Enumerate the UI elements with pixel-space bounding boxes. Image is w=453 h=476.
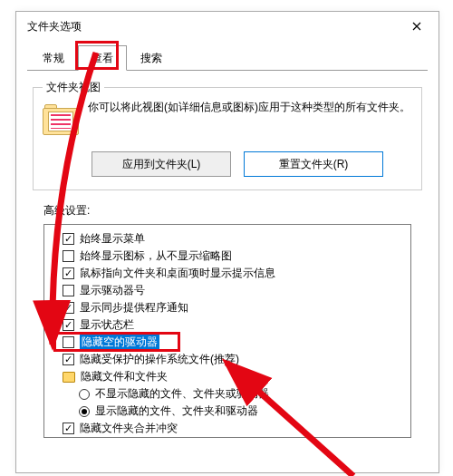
reset-folders-button[interactable]: 重置文件夹(R) [244, 151, 383, 177]
tree-row-3[interactable]: 显示驱动器号 [48, 282, 407, 299]
tree-row-11[interactable]: 隐藏文件夹合并冲突 [48, 420, 407, 437]
tree-row-10[interactable]: 显示隐藏的文件、文件夹和驱动器 [48, 403, 407, 420]
radio-icon[interactable] [79, 406, 90, 417]
close-icon [412, 22, 421, 31]
tree-item-label: 隐藏文件夹合并冲突 [80, 420, 178, 437]
folder-view-body: 你可以将此视图(如详细信息或图标)应用于这种类型的所有文件夹。 [43, 99, 412, 139]
tree-row-2[interactable]: 鼠标指向文件夹和桌面项时显示提示信息 [48, 265, 407, 282]
apply-to-folders-button[interactable]: 应用到文件夹(L) [92, 151, 231, 177]
radio-icon[interactable] [79, 389, 90, 400]
tab-strip: 常规 查看 搜索 [29, 44, 439, 70]
tree-row-12[interactable]: 隐藏已知文件类型的扩展名 [48, 437, 407, 438]
folder-view-legend: 文件夹视图 [43, 80, 104, 95]
checkbox-icon[interactable] [63, 267, 74, 279]
tab-view[interactable]: 查看 [78, 45, 127, 71]
tree-row-7[interactable]: 隐藏受保护的操作系统文件(推荐) [48, 351, 407, 368]
folder-view-group: 文件夹视图 你可以将此视图(如详细信息或图标)应用于这种类型的所有文件夹。 应用… [33, 87, 422, 190]
tree-item-label: 隐藏文件和文件夹 [81, 368, 168, 385]
folder-view-buttons: 应用到文件夹(L) 重置文件夹(R) [43, 151, 412, 177]
tree-row-8[interactable]: 隐藏文件和文件夹 [48, 368, 407, 385]
tree-item-label: 隐藏空的驱动器 [80, 333, 159, 352]
tree-item-label: 隐藏受保护的操作系统文件(推荐) [80, 351, 239, 368]
folder-view-description: 你可以将此视图(如详细信息或图标)应用于这种类型的所有文件夹。 [88, 99, 410, 115]
tree-row-4[interactable]: 显示同步提供程序通知 [48, 299, 407, 316]
tree-item-label: 显示隐藏的文件、文件夹和驱动器 [95, 403, 258, 420]
tab-content: 文件夹视图 你可以将此视图(如详细信息或图标)应用于这种类型的所有文件夹。 应用… [27, 70, 428, 438]
titlebar: 文件夹选项 [16, 12, 439, 41]
tree-item-label: 始终显示图标，从不显示缩略图 [80, 248, 232, 265]
checkbox-icon[interactable] [63, 250, 74, 262]
tree-item-label: 显示同步提供程序通知 [80, 299, 188, 316]
tree-item-label: 始终显示菜单 [80, 230, 145, 248]
tree-item-label: 不显示隐藏的文件、文件夹或驱动器 [95, 385, 269, 403]
tree-row-1[interactable]: 始终显示图标，从不显示缩略图 [48, 248, 407, 265]
tree-item-label: 显示状态栏 [80, 316, 134, 334]
close-button[interactable] [399, 14, 435, 39]
folder-options-dialog: 文件夹选项 常规 查看 搜索 文件夹视图 你可以将此视图(如详细信息或图标)应用… [15, 11, 439, 473]
tree-row-6[interactable]: 隐藏空的驱动器 [48, 334, 407, 351]
advanced-settings-tree[interactable]: 始终显示菜单始终显示图标，从不显示缩略图鼠标指向文件夹和桌面项时显示提示信息显示… [43, 224, 411, 438]
tab-search[interactable]: 搜索 [127, 45, 176, 71]
checkbox-icon[interactable] [63, 423, 74, 434]
tree-row-0[interactable]: 始终显示菜单 [48, 230, 407, 248]
tree-row-9[interactable]: 不显示隐藏的文件、文件夹或驱动器 [48, 385, 407, 403]
checkbox-icon[interactable] [63, 319, 74, 331]
tree-row-5[interactable]: 显示状态栏 [48, 316, 407, 334]
tree-item-label: 鼠标指向文件夹和桌面项时显示提示信息 [80, 265, 275, 282]
checkbox-icon[interactable] [63, 233, 74, 245]
checkbox-icon[interactable] [63, 336, 74, 348]
checkbox-icon[interactable] [63, 302, 74, 314]
checkbox-icon[interactable] [63, 285, 74, 296]
checkbox-icon[interactable] [63, 354, 74, 365]
folder-small-icon [63, 372, 75, 383]
advanced-settings-label: 高级设置: [43, 203, 411, 219]
window-title: 文件夹选项 [27, 19, 82, 34]
tree-item-label: 隐藏已知文件类型的扩展名 [80, 437, 210, 438]
folder-icon [43, 102, 79, 139]
tree-item-label: 显示驱动器号 [80, 282, 145, 299]
tab-general[interactable]: 常规 [29, 45, 78, 71]
